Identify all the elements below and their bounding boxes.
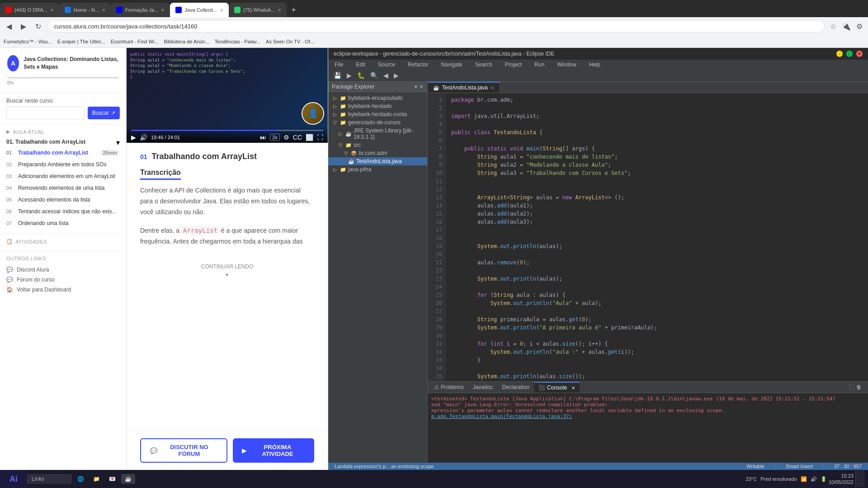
- sidebar-lesson-item-1[interactable]: 01 Trabalhando com ArrayList 25min: [6, 147, 120, 159]
- sidebar-lesson-item-7[interactable]: 07 Ordenando uma lista: [6, 217, 120, 229]
- tab-close-3[interactable]: ✕: [161, 8, 165, 13]
- browser-tab-1[interactable]: (443) O DRA... ✕: [0, 3, 59, 17]
- sidebar-link-forum[interactable]: 💬 Fórum do curso: [6, 275, 120, 285]
- sidebar-search-input[interactable]: [6, 107, 85, 119]
- tree-item-bytebank-encapsulado[interactable]: ▷ 📁 bytebank-encapsulado: [328, 94, 427, 102]
- tree-item-testandolista[interactable]: ☕ TestAndoLista.java: [328, 157, 427, 165]
- tree-item-bytebank-herdado[interactable]: ▷ 📁 bytebank-herdado: [328, 102, 427, 110]
- tree-item-gerenciado[interactable]: ▽ 📁 gerenciado-de-cursos: [328, 118, 427, 127]
- taskbar-app-mail[interactable]: 💌: [105, 474, 119, 484]
- tree-item-src[interactable]: ▽ 📁 src: [328, 141, 427, 149]
- bookmark-4[interactable]: Biblioteca de Anún...: [164, 39, 209, 44]
- explorer-close-icon[interactable]: ✕: [419, 84, 424, 90]
- continue-reading-button[interactable]: CONTINUAR LENDO ▾: [201, 263, 253, 278]
- bottom-tab-javadoc[interactable]: Javadoc: [468, 382, 498, 392]
- sidebar-link-dashboard[interactable]: 🏠 Voltar para Dashboard: [6, 285, 120, 295]
- skip-forward-button[interactable]: ⏭: [260, 134, 266, 141]
- taskbar-app-eclipse[interactable]: ☕: [121, 474, 135, 484]
- code-line-5: public class TestandoLista {: [451, 128, 863, 136]
- bookmark-1[interactable]: Funnelytics™ - Visu...: [4, 39, 52, 44]
- menu-file[interactable]: File: [332, 61, 346, 69]
- menu-source[interactable]: Source: [375, 61, 398, 69]
- menu-search[interactable]: Search: [472, 61, 495, 69]
- forward-button[interactable]: ▶: [18, 20, 29, 33]
- sidebar-lesson-item-4[interactable]: 04 Removendo elementos de uma lista: [6, 182, 120, 194]
- editor-tab-close[interactable]: ✕: [491, 85, 494, 90]
- maximize-button[interactable]: □: [846, 51, 853, 57]
- play-button[interactable]: ▶: [131, 134, 136, 141]
- sidebar-lesson-item-2[interactable]: 02 Preparando Ambiente em todos SOs: [6, 159, 120, 170]
- minimize-button[interactable]: －: [836, 51, 843, 57]
- show-desktop-button[interactable]: [855, 471, 864, 487]
- menu-run[interactable]: Run: [532, 61, 547, 69]
- menu-edit[interactable]: Edit: [353, 61, 368, 69]
- sidebar-lesson-item-6[interactable]: 06 Tentando acessar índices que não exis…: [6, 206, 120, 217]
- menu-window[interactable]: Window: [554, 61, 579, 69]
- tab-close-4[interactable]: ✕: [220, 8, 223, 13]
- toolbar-debug[interactable]: 🐛: [355, 71, 367, 80]
- tab-close-2[interactable]: ✕: [102, 8, 105, 13]
- bottom-tab-console[interactable]: ⬛ Console ✕: [534, 382, 580, 393]
- lesson-title-5: Acessando elementos da lista: [18, 197, 90, 203]
- editor-tab-testandolista[interactable]: ☕ TestAndoLista.java ✕: [428, 82, 500, 93]
- extension-icon[interactable]: 🔌: [840, 20, 853, 33]
- clear-icon[interactable]: 🗑: [856, 384, 862, 390]
- console-link[interactable]: m.ade.TestandoLista.main(TestandoLista.j…: [431, 413, 572, 419]
- volume-button[interactable]: 🔊: [140, 134, 147, 141]
- tree-item-bytebank-herdado-conta[interactable]: ▷ 📁 bytebank-herdado-conta: [328, 110, 427, 118]
- toolbar-save[interactable]: 💾: [332, 71, 343, 80]
- new-tab-button[interactable]: +: [287, 5, 301, 15]
- bookmark-5[interactable]: Tendências - Palav...: [215, 39, 260, 44]
- console-close-icon[interactable]: ✕: [571, 385, 575, 390]
- tab-close-5[interactable]: ✕: [278, 8, 281, 13]
- sidebar-lesson-expand[interactable]: 01. Trabalhando com ArrayList ▾: [6, 138, 120, 147]
- sidebar-link-discord[interactable]: 💬 Discord Alura: [6, 265, 120, 275]
- settings-icon[interactable]: ⚙: [854, 20, 864, 33]
- tab-close-1[interactable]: ✕: [50, 8, 54, 13]
- tree-item-java-pilha[interactable]: ▷ 📁 java-pilha: [328, 165, 427, 174]
- menu-refactor[interactable]: Refactor: [405, 61, 431, 69]
- browser-tab-4[interactable]: Java Collecti... ✕: [170, 3, 229, 17]
- bookmark-2[interactable]: E-sniper | The Ultim...: [57, 39, 105, 44]
- bottom-tab-problems[interactable]: ⚠ Problems: [429, 382, 468, 392]
- bottom-tab-declaration[interactable]: Declaration: [497, 382, 534, 392]
- toolbar-forward[interactable]: ▶: [392, 71, 401, 80]
- line-number-31: 31: [431, 340, 442, 348]
- menu-navigate[interactable]: Navigate: [438, 61, 465, 69]
- subtitles-button[interactable]: CC: [293, 134, 302, 141]
- volume-icon[interactable]: 🔊: [811, 476, 817, 482]
- collapse-icon[interactable]: ▾: [415, 84, 417, 90]
- toolbar-search[interactable]: 🔍: [368, 71, 380, 80]
- back-button[interactable]: ◀: [4, 20, 14, 33]
- terminate-icon[interactable]: ⬛: [848, 384, 855, 390]
- bookmark-icon[interactable]: ☆: [828, 20, 838, 33]
- bookmark-3[interactable]: Ecomhunt - Find Wi...: [111, 39, 159, 44]
- tree-item-jre[interactable]: ▷ ☕ JRE System Library [jdk-18.0.1.1]: [328, 127, 427, 141]
- bookmark-6[interactable]: As Seen On TV - Of...: [266, 39, 314, 44]
- settings-video-button[interactable]: ⚙: [283, 134, 289, 141]
- toolbar-back[interactable]: ◀: [382, 71, 390, 80]
- browser-tab-2[interactable]: Home - N... ✕: [59, 3, 111, 17]
- forum-button[interactable]: 💬 DISCUTIR NO FÓRUM: [140, 438, 227, 463]
- sidebar-search-button[interactable]: Buscar ↗: [88, 107, 120, 119]
- sidebar-lesson-item-3[interactable]: 03 Adicionando elementos em um ArrayList: [6, 170, 120, 182]
- fullscreen-button[interactable]: ⛶: [317, 134, 323, 141]
- tree-item-br-com-adm[interactable]: ▽ 📦 br.com.adm: [328, 149, 427, 157]
- toolbar-run[interactable]: ▶: [345, 71, 354, 80]
- code-area[interactable]: package br.com.adm;import java.util.Arra…: [446, 93, 868, 381]
- reload-button[interactable]: ↻: [33, 20, 44, 33]
- video-progress-bar[interactable]: [131, 130, 323, 131]
- taskbar-app-chrome[interactable]: 🌐: [74, 474, 88, 484]
- browser-tab-5[interactable]: (75) WhatsA... ✕: [229, 3, 287, 17]
- video-speed-display[interactable]: 2x: [270, 134, 280, 141]
- next-activity-button[interactable]: ▶ PRÓXIMA ATIVIDADE: [233, 438, 314, 463]
- theater-button[interactable]: ⬜: [306, 134, 313, 141]
- sidebar-lesson-item-5[interactable]: 05 Acessando elementos da lista: [6, 194, 120, 206]
- menu-help[interactable]: Help: [586, 61, 603, 69]
- browser-tab-3[interactable]: Formação Ja... ✕: [111, 3, 170, 17]
- menu-project[interactable]: Project: [502, 61, 524, 69]
- close-button[interactable]: ✕: [856, 51, 863, 57]
- taskbar-app-explorer[interactable]: 📁: [90, 474, 104, 484]
- taskbar-clock[interactable]: 15:23 10/05/2022: [829, 473, 854, 486]
- url-bar[interactable]: [47, 20, 825, 33]
